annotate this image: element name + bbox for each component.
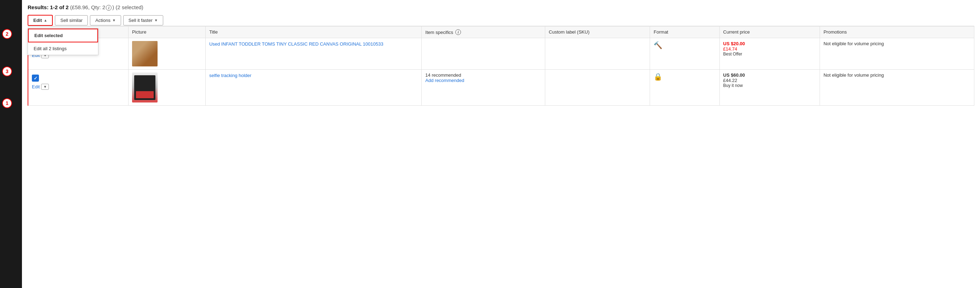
row2-title-cell: selfie tracking holder xyxy=(205,70,421,106)
row2-title-link[interactable]: selfie tracking holder xyxy=(209,73,251,78)
row1-format-icon: 🔨 xyxy=(654,41,662,49)
info-icon[interactable]: i xyxy=(106,5,111,11)
listings-table: Picture Title Item specifics i C xyxy=(28,26,974,106)
results-header: Results: 1-2 of 2 (£58.96, Qty: 2i) (2 s… xyxy=(28,4,974,11)
row2-price-cell: US $60.00 £44.22 Buy it now xyxy=(719,70,819,106)
row2-edit-link[interactable]: Edit xyxy=(32,84,40,89)
sell-faster-button[interactable]: Sell it faster ▼ xyxy=(123,15,163,25)
row2-image-inner xyxy=(134,75,156,100)
row2-product-image xyxy=(132,73,158,103)
row2-actions: Edit ▼ xyxy=(32,84,49,90)
row2-check-cell: Edit ▼ xyxy=(28,70,128,106)
sell-similar-button[interactable]: Sell similar xyxy=(55,15,88,25)
row1-price-offer: Best Offer xyxy=(723,52,816,57)
edit-selected-item[interactable]: Edit selected xyxy=(28,28,98,43)
row2-add-recommended-link[interactable]: Add recommended xyxy=(425,78,464,83)
row2-custom-cell xyxy=(545,70,650,106)
row1-title-link[interactable]: Used INFANT TODDLER TOMS TINY CLASSIC RE… xyxy=(209,41,383,47)
edit-btn-wrapper: Edit ▲ Edit selected Edit all 2 listings xyxy=(28,15,53,26)
table-row: Edit ▼ Used INFANT TODDLER TOMS TINY CLA… xyxy=(28,38,974,70)
toolbar-area: Edit ▲ Edit selected Edit all 2 listings xyxy=(28,15,974,26)
row1-custom-cell xyxy=(545,38,650,70)
results-count: Results: 1-2 of 2 xyxy=(28,4,69,10)
col-header-custom-label: Custom label (SKU) xyxy=(545,27,650,38)
row1-promo-text: Not eligible for volume pricing xyxy=(824,41,884,46)
toolbar: Edit ▲ Edit selected Edit all 2 listings xyxy=(28,15,974,26)
table-row: Edit ▼ selfie tracking holder xyxy=(28,70,974,106)
row2-price-usd: US $60.00 xyxy=(723,73,816,78)
edit-button[interactable]: Edit ▲ xyxy=(28,15,53,26)
row2-format-icon: 🔒 xyxy=(654,73,662,81)
badge-3: 3 xyxy=(2,66,12,76)
left-sidebar: 2 3 1 xyxy=(0,0,22,288)
badge-1: 1 xyxy=(2,98,12,108)
row1-title-cell: Used INFANT TODDLER TOMS TINY CLASSIC RE… xyxy=(205,38,421,70)
row1-specifics-cell xyxy=(422,38,545,70)
row2-price-offer: Buy it now xyxy=(723,83,816,88)
row2-specifics-cell: 14 recommended Add recommended xyxy=(422,70,545,106)
row1-price-cell: US $20.00 £14.74 Best Offer xyxy=(719,38,819,70)
col-header-picture: Picture xyxy=(128,27,205,38)
main-content: Results: 1-2 of 2 (£58.96, Qty: 2i) (2 s… xyxy=(22,0,980,288)
specifics-info-icon[interactable]: i xyxy=(455,29,461,35)
row1-product-image xyxy=(132,41,158,66)
row2-promo-text: Not eligible for volume pricing xyxy=(824,73,884,78)
row1-picture-cell xyxy=(128,38,205,70)
col-header-title: Title xyxy=(205,27,421,38)
edit-dropdown-menu: Edit selected Edit all 2 listings xyxy=(28,28,99,55)
row1-price-gbp: £14.74 xyxy=(723,46,816,52)
page-wrapper: 2 3 1 Results: 1-2 of 2 (£58.96, Qty: 2i… xyxy=(0,0,980,288)
col-header-item-specifics: Item specifics i xyxy=(422,27,545,38)
col-header-promotions: Promotions xyxy=(819,27,974,38)
actions-button[interactable]: Actions ▼ xyxy=(90,15,121,25)
edit-all-item[interactable]: Edit all 2 listings xyxy=(28,43,98,55)
col-header-format: Format xyxy=(650,27,719,38)
row2-price-gbp: £44.22 xyxy=(723,78,816,83)
row1-format-cell: 🔨 xyxy=(650,38,719,70)
row2-picture-cell xyxy=(128,70,205,106)
price-qty: (£58.96, Qty: 2i) (2 selected) xyxy=(70,4,143,10)
row2-format-cell: 🔒 xyxy=(650,70,719,106)
specifics-header-wrapper: Item specifics i xyxy=(425,29,541,35)
row1-promotions-cell: Not eligible for volume pricing xyxy=(819,38,974,70)
row2-checkbox[interactable] xyxy=(32,74,39,82)
row2-specifics-count: 14 recommended xyxy=(425,73,541,78)
row2-promotions-cell: Not eligible for volume pricing xyxy=(819,70,974,106)
listings-table-container: Picture Title Item specifics i C xyxy=(28,26,974,106)
badge-2: 2 xyxy=(2,29,12,39)
col-header-price: Current price xyxy=(719,27,819,38)
row2-edit-dropdown[interactable]: ▼ xyxy=(41,84,49,90)
row1-price-usd: US $20.00 xyxy=(723,41,816,46)
